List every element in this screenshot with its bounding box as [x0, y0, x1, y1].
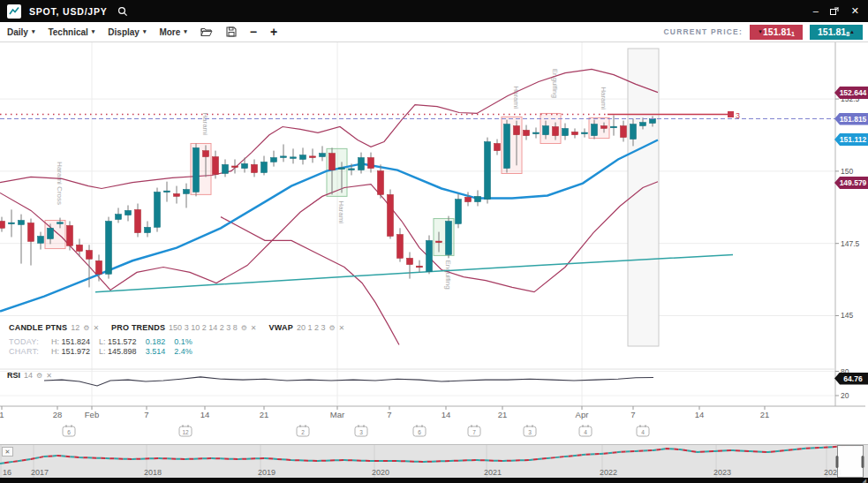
candle[interactable] [621, 121, 627, 142]
zoom-out-button[interactable]: − [250, 25, 257, 39]
candle[interactable] [388, 190, 394, 239]
minimize-button[interactable]: – [813, 6, 819, 16]
rsi-legend[interactable]: RSI14 ⚙ ✕ [7, 371, 52, 380]
gear-icon[interactable]: ⚙ [83, 324, 89, 332]
calendar-marker[interactable]: 3 [355, 426, 367, 437]
candle[interactable] [485, 138, 491, 204]
save-icon[interactable] [226, 26, 237, 37]
candle[interactable] [271, 151, 277, 167]
candle[interactable] [533, 127, 540, 138]
candle[interactable] [135, 204, 141, 238]
timeframe-menu[interactable]: Daily▾ [7, 27, 34, 37]
candle[interactable] [456, 193, 462, 228]
open-folder-icon[interactable] [200, 26, 213, 37]
close-icon[interactable]: ✕ [251, 324, 257, 332]
candle[interactable] [300, 147, 306, 164]
range-navigator[interactable]: 1620172018201920202021202220232024 ✕ [0, 444, 868, 478]
candle[interactable] [281, 144, 287, 162]
candle[interactable] [9, 209, 15, 237]
candle[interactable] [378, 164, 384, 198]
calendar-marker[interactable]: 6 [63, 426, 75, 437]
navigator-right-handle[interactable] [862, 456, 864, 468]
calendar-marker[interactable]: 4 [579, 426, 592, 437]
candle[interactable] [426, 236, 433, 275]
candle[interactable] [524, 125, 530, 140]
navigator-close-button[interactable]: ✕ [2, 447, 13, 457]
svg-text:4: 4 [584, 429, 587, 435]
close-icon[interactable]: ✕ [46, 372, 52, 380]
technical-menu[interactable]: Technical▾ [48, 27, 94, 37]
candle[interactable] [67, 221, 73, 250]
calendar-marker[interactable]: 6 [413, 426, 426, 437]
candle[interactable] [494, 140, 501, 155]
close-button[interactable]: ✕ [851, 6, 859, 16]
candle[interactable] [310, 148, 316, 162]
candle[interactable] [87, 245, 93, 287]
candle[interactable] [19, 215, 25, 264]
pattern-label: Harami [337, 200, 345, 223]
more-menu[interactable]: More▾ [159, 27, 186, 37]
calendar-marker[interactable]: 12 [179, 426, 192, 437]
candle[interactable] [184, 184, 190, 208]
candle[interactable] [193, 143, 200, 196]
candle[interactable] [0, 217, 5, 232]
candle[interactable] [106, 217, 112, 279]
candle[interactable] [242, 158, 248, 173]
legend-pro-trends[interactable]: PRO TRENDS150 3 10 2 14 2 3 8 ⚙ ✕ [111, 323, 256, 332]
gear-icon[interactable]: ⚙ [36, 372, 42, 380]
navigator-selection[interactable] [838, 446, 864, 478]
navigator-left-handle[interactable] [836, 456, 839, 468]
candle[interactable] [261, 156, 268, 176]
calendar-marker[interactable]: 7 [468, 426, 480, 437]
price-line-marker[interactable] [728, 111, 734, 117]
candle[interactable] [38, 232, 44, 250]
candle[interactable] [155, 188, 161, 232]
legend-vwap[interactable]: VWAP20 1 2 3 ⚙ ✕ [269, 323, 345, 332]
candle[interactable] [28, 219, 34, 266]
gear-icon[interactable]: ⚙ [328, 324, 335, 332]
candle[interactable] [164, 182, 170, 202]
close-icon[interactable]: ✕ [339, 324, 345, 332]
candle[interactable] [252, 159, 258, 177]
pattern-label: Engulfing [551, 69, 559, 98]
main-chart[interactable]: Harami CrossHaramiHaramiEngulfingHaramiE… [0, 42, 868, 444]
candle[interactable] [475, 190, 481, 206]
gear-icon[interactable]: ⚙ [241, 324, 247, 332]
close-icon[interactable]: ✕ [93, 324, 99, 332]
candle[interactable] [417, 260, 423, 273]
candle[interactable] [562, 124, 569, 140]
ask-price-badge[interactable]: 151.818 ▲ [810, 25, 863, 40]
calendar-marker[interactable]: 2 [297, 426, 309, 437]
window-titlebar: SPOT, USD/JPY – ✕ [0, 0, 868, 22]
candle[interactable] [397, 228, 404, 261]
candle[interactable] [582, 128, 588, 137]
chart-toolbar: Daily▾ Technical▾ Display▾ More▾ − + CUR… [0, 22, 868, 42]
candle[interactable] [572, 128, 578, 138]
display-menu[interactable]: Display▾ [108, 27, 146, 37]
candle[interactable] [145, 221, 151, 237]
candle[interactable] [446, 216, 452, 259]
year-label: 2018 [144, 468, 162, 477]
legend-candle-ptns[interactable]: CANDLE PTNS12 ⚙ ✕ [9, 323, 99, 332]
search-icon[interactable] [117, 6, 128, 17]
candle[interactable] [407, 253, 413, 279]
candle[interactable] [116, 208, 122, 223]
candle[interactable] [174, 186, 180, 204]
bid-price-badge[interactable]: ▼ 151.811 [750, 25, 803, 40]
candle[interactable] [96, 254, 102, 281]
restore-button[interactable] [830, 6, 840, 17]
candle[interactable] [359, 153, 365, 174]
candle[interactable] [291, 148, 297, 163]
calendar-marker[interactable]: 4 [637, 426, 649, 437]
candle[interactable] [611, 115, 617, 135]
candle[interactable] [320, 146, 326, 161]
calendar-marker[interactable]: 3 [524, 426, 536, 437]
candle[interactable] [223, 159, 229, 177]
resize-grip-icon[interactable]: ◢ [862, 478, 866, 483]
candle[interactable] [368, 153, 374, 173]
chevron-down-icon: ▾ [32, 28, 35, 35]
candle[interactable] [504, 120, 510, 173]
candle[interactable] [125, 205, 132, 221]
zoom-in-button[interactable]: + [270, 25, 277, 39]
candle[interactable] [213, 151, 219, 179]
